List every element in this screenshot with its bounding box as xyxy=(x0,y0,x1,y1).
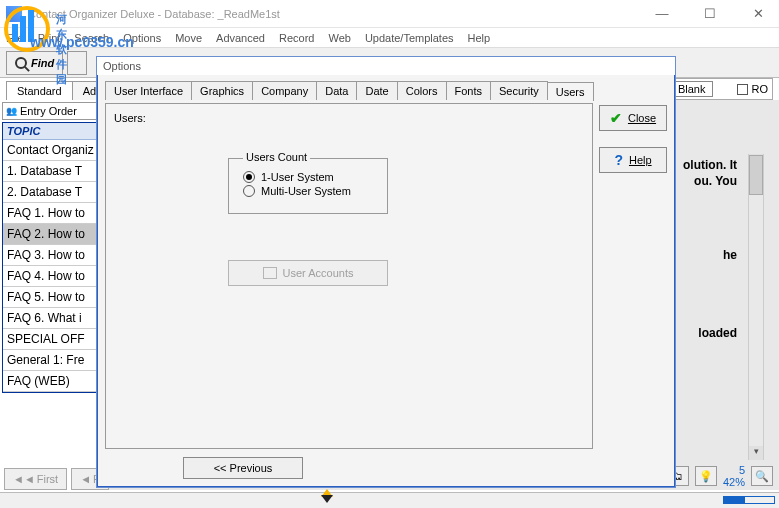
previous-button[interactable]: << Previous xyxy=(183,457,303,479)
topic-item[interactable]: FAQ 3. How to xyxy=(3,245,96,266)
people-icon: 👥 xyxy=(6,106,17,116)
menu-advanced[interactable]: Advanced xyxy=(216,32,265,44)
menu-search[interactable]: Search xyxy=(74,32,109,44)
users-count-legend: Users Count xyxy=(243,151,310,163)
dialog-tab-security[interactable]: Security xyxy=(491,81,548,100)
ro-label: RO xyxy=(752,83,769,95)
status-bar xyxy=(0,492,779,508)
tool-icon-2[interactable]: 💡 xyxy=(695,466,717,486)
radio-1-user[interactable]: 1-User System xyxy=(243,171,373,183)
scroll-thumb[interactable] xyxy=(749,155,763,195)
radio-multi-user[interactable]: Multi-User System xyxy=(243,185,373,197)
close-label: Close xyxy=(628,112,656,124)
menu-file[interactable]: File xyxy=(6,32,24,44)
topic-item[interactable]: General 1: Fre xyxy=(3,350,96,371)
menu-help[interactable]: Help xyxy=(468,32,491,44)
content-fragment: he xyxy=(723,248,737,262)
menu-options[interactable]: Options xyxy=(123,32,161,44)
topic-header: TOPIC xyxy=(3,123,96,140)
find-button[interactable]: Find xyxy=(6,51,63,75)
count-number: 5 xyxy=(739,464,745,476)
dialog-tab-fonts[interactable]: Fonts xyxy=(447,81,492,100)
window-title: Contact Organizer Deluxe - Database: _Re… xyxy=(28,8,647,20)
dialog-tab-colors[interactable]: Colors xyxy=(398,81,447,100)
accounts-icon xyxy=(263,267,277,279)
entry-order[interactable]: 👥 Entry Order xyxy=(2,102,97,120)
right-top-controls: Blank RO xyxy=(666,78,773,100)
topic-item[interactable]: FAQ 4. How to xyxy=(3,266,96,287)
scroll-down-icon[interactable]: ▾ xyxy=(749,446,763,460)
search-icon xyxy=(15,57,27,69)
topic-item[interactable]: FAQ 6. What i xyxy=(3,308,96,329)
minimize-button[interactable]: ― xyxy=(647,6,677,21)
content-fragment: olution. It xyxy=(683,158,737,172)
left-panel: 👥 Entry Order TOPIC Contact Organiz1. Da… xyxy=(0,100,100,490)
menubar: File Print Search Options Move Advanced … xyxy=(0,28,779,48)
blank-button[interactable]: Blank xyxy=(671,81,713,97)
topic-item[interactable]: FAQ (WEB) xyxy=(3,371,96,392)
radio-1-user-label: 1-User System xyxy=(261,171,334,183)
first-record-button[interactable]: ◄◄ First xyxy=(4,468,67,490)
zoom-icon[interactable]: 🔍 xyxy=(751,466,773,486)
dialog-page-users: Users: Users Count 1-User System Multi-U… xyxy=(105,103,593,449)
content-fragment: loaded xyxy=(698,326,737,340)
radio-icon xyxy=(243,171,255,183)
menu-print[interactable]: Print xyxy=(38,32,61,44)
dialog-tab-users[interactable]: Users xyxy=(548,82,594,101)
record-nav: ◄◄ First ◄ P xyxy=(4,468,109,490)
menu-record[interactable]: Record xyxy=(279,32,314,44)
topic-item[interactable]: FAQ 1. How to xyxy=(3,203,96,224)
dialog-tabs: User InterfaceGraphicsCompanyDataDateCol… xyxy=(99,75,673,100)
toolbar-button-2[interactable] xyxy=(67,51,87,75)
topic-item[interactable]: FAQ 2. How to xyxy=(3,224,96,245)
vertical-scrollbar[interactable]: ▴ ▾ xyxy=(748,154,764,460)
topic-item[interactable]: FAQ 5. How to xyxy=(3,287,96,308)
ro-checkbox[interactable] xyxy=(737,84,748,95)
user-accounts-label: User Accounts xyxy=(283,267,354,279)
radio-multi-user-label: Multi-User System xyxy=(261,185,351,197)
users-count-group: Users Count 1-User System Multi-User Sys… xyxy=(228,158,388,214)
options-dialog: Options User InterfaceGraphicsCompanyDat… xyxy=(96,56,676,488)
progress-bar xyxy=(723,496,775,504)
radio-icon xyxy=(243,185,255,197)
topic-item[interactable]: SPECIAL OFF xyxy=(3,329,96,350)
zoom-percent: 42% xyxy=(723,476,745,488)
titlebar: Contact Organizer Deluxe - Database: _Re… xyxy=(0,0,779,28)
user-accounts-button: User Accounts xyxy=(228,260,388,286)
connector-icon xyxy=(320,489,334,503)
app-icon xyxy=(6,6,22,22)
menu-update[interactable]: Update/Templates xyxy=(365,32,454,44)
dialog-tab-data[interactable]: Data xyxy=(317,81,357,100)
bottom-right-tools: 🗂 💡 5 42% 🔍 xyxy=(667,464,773,488)
maximize-button[interactable]: ☐ xyxy=(695,6,725,21)
dialog-tab-graphics[interactable]: Graphics xyxy=(192,81,253,100)
tab-standard[interactable]: Standard xyxy=(6,81,73,100)
topic-list: Contact Organiz1. Database T2. Database … xyxy=(3,140,96,392)
dialog-tab-user-interface[interactable]: User Interface xyxy=(105,81,192,100)
topic-item[interactable]: 2. Database T xyxy=(3,182,96,203)
close-window-button[interactable]: ✕ xyxy=(743,6,773,21)
dialog-title: Options xyxy=(97,57,675,75)
dialog-tab-date[interactable]: Date xyxy=(357,81,397,100)
menu-move[interactable]: Move xyxy=(175,32,202,44)
close-button[interactable]: ✔ Close xyxy=(599,105,667,131)
find-label: Find xyxy=(31,57,54,69)
entry-order-label: Entry Order xyxy=(20,105,77,117)
question-icon: ? xyxy=(614,152,623,168)
help-button[interactable]: ? Help xyxy=(599,147,667,173)
users-label: Users: xyxy=(114,112,584,124)
help-label: Help xyxy=(629,154,652,166)
menu-web[interactable]: Web xyxy=(328,32,350,44)
topic-item[interactable]: 1. Database T xyxy=(3,161,96,182)
content-fragment: ou. You xyxy=(694,174,737,188)
check-icon: ✔ xyxy=(610,110,622,126)
topic-item[interactable]: Contact Organiz xyxy=(3,140,96,161)
dialog-tab-company[interactable]: Company xyxy=(253,81,317,100)
